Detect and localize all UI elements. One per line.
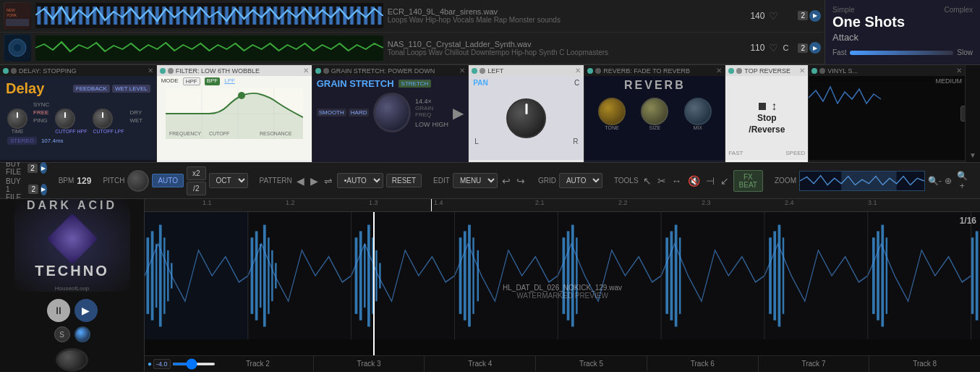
file-heart-2[interactable]: ♡ [769,42,778,54]
transport-stop-btn[interactable]: ⏸ [47,299,70,322]
waveform-editor: 1.1 1.2 1.3 1.4 2.1 2.2 2.3 2.4 3.1 [145,199,980,371]
file-heart-1[interactable]: ♡ [769,10,778,22]
svg-rect-5 [35,3,383,28]
file-play-btn-2[interactable]: ▶ [809,42,821,54]
filter-bpf-btn[interactable]: BPF [205,77,221,85]
effect-active-dot-pan [472,68,477,74]
tool-cut-btn[interactable]: ✂ [656,174,668,188]
svg-rect-31 [255,231,258,320]
waveform-ruler: 1.1 1.2 1.3 1.4 2.1 2.2 2.3 2.4 3.1 [145,199,980,212]
svg-rect-52 [576,237,577,314]
effect-close-filter[interactable]: ✕ [303,67,309,75]
svg-rect-44 [459,237,462,314]
pattern-next-btn[interactable]: ▶ [309,174,320,188]
album-label: HouseofLoop [55,285,90,292]
waveform-preview-1[interactable] [35,3,383,28]
filter-lpf-btn[interactable]: LPF [224,77,235,85]
buy1-file-btn[interactable]: ▶ [41,184,47,195]
effect-power-dot-stop [736,68,742,74]
effect-close-vinyl[interactable]: ✕ [956,67,962,75]
grain-hard-btn[interactable]: HARD [349,109,370,117]
pitch-div2-btn[interactable]: /2 [187,182,206,195]
edit-group: EDIT MENU ↩ ↪ [433,173,527,188]
file-play-btn-1[interactable]: ▶ [809,10,821,22]
transport-play-btn[interactable]: ▶ [74,299,98,322]
waveform-preview-2[interactable] [35,35,383,61]
add-effect-btn[interactable]: + [960,106,966,122]
filter-hpf-btn[interactable]: HPF [183,77,200,85]
zoom-fit-btn[interactable]: ⊕ [945,176,952,186]
file-buy-1[interactable]: 2 ▶ [798,10,821,22]
svg-text:RESONANCE: RESONANCE [260,131,292,136]
buy-file-btn[interactable]: ▶ [40,162,47,174]
zoom-preview[interactable] [799,171,925,191]
ruler-mark-23: 2.3 [702,199,711,206]
file-buy-2[interactable]: 2 ▶ [798,42,821,54]
ruler-mark-11: 1.1 [203,199,212,206]
pattern-prev-btn[interactable]: ◀ [295,174,306,188]
tool-mute-btn[interactable]: 🔇 [686,174,702,188]
volume-knob[interactable] [56,348,88,371]
pan-knob[interactable] [506,98,546,138]
grain-main-knob[interactable] [373,93,411,132]
s-btn[interactable]: S [54,326,70,342]
edit-undo-btn[interactable]: ↩ [500,174,512,188]
edit-menu-select[interactable]: MENU [453,173,498,188]
pitch-x2-btn[interactable]: x2 [187,166,206,180]
grain-stretch-btn[interactable]: STRETCH [399,80,432,88]
effect-close-pan[interactable]: ✕ [575,67,581,75]
bpm-value: 129 [77,176,91,186]
effect-active-dot-vinyl [811,68,817,74]
delay-feedback-knob[interactable] [55,109,75,129]
svg-rect-25 [155,244,157,308]
fx-beat-btn[interactable]: FX BEAT [733,170,763,192]
effect-close-reverb[interactable]: ✕ [716,67,722,75]
fast-label: Fast [832,48,846,56]
tool-erase-btn[interactable]: ↙ [719,174,730,188]
monitor-btn[interactable] [74,326,90,342]
reverb-tone-knob[interactable] [598,98,626,125]
zoom-in-btn[interactable]: 🔍+ [955,171,970,191]
simple-label: Simple [832,6,855,14]
tool-split-btn[interactable]: ⊣ [704,174,716,188]
zoom-out-btn[interactable]: 🔍- [928,176,942,186]
effect-close-delay[interactable]: ✕ [148,67,153,75]
file-row-1[interactable]: NEW YORK ECR_140_9L_4b [0,0,825,33]
pattern-reset-btn[interactable]: RESET [386,174,422,187]
grid-auto-select[interactable]: AUTO [559,173,602,188]
reverb-mix-knob[interactable] [684,98,712,125]
pitch-dial[interactable] [127,170,149,192]
ruler-mark-21: 2.1 [535,199,545,206]
grain-smooth-btn[interactable]: SMOOTH [317,109,346,117]
waveform-content[interactable]: HL_DAT_DL_026_NOKICK_129.wav WATERMARKED… [145,212,980,371]
pitch-auto-btn[interactable]: AUTO [152,174,184,187]
track-label-3: Track 3 [314,356,425,371]
svg-rect-62 [877,231,879,320]
effect-close-stop[interactable]: ✕ [799,67,805,75]
grain-play-arrow[interactable]: ▶ [453,104,464,122]
delay-wetlevel-knob[interactable] [93,109,113,129]
effect-header-filter: FILTER: LOW 6TH WOBBLE ✕ [157,65,312,76]
filter-mode-label: MODE [161,77,179,85]
effect-power-dot-vinyl [819,68,825,74]
track-label-first: ● -4.0 [145,359,203,369]
effect-active-dot-grain [315,68,321,74]
reverb-size-knob[interactable] [641,98,668,125]
pattern-shuffle-btn[interactable]: ⇌ [323,174,334,188]
tool-stretch-btn[interactable]: ↔ [670,174,683,188]
ruler-mark-14: 1.4 [434,199,443,206]
pitch-oct-select[interactable]: OCT [209,173,248,188]
delay-time-knob[interactable] [7,109,27,129]
waveform-svg [145,212,980,339]
delay-stereo-label: STEREO [7,137,37,145]
effects-scroll-down[interactable]: ▼ [966,65,980,162]
file-row-2[interactable]: NAS_110_C_Crystal_Ladder_Synth.wav Tonal… [0,33,825,65]
tool-cursor-btn[interactable]: ↖ [642,174,653,188]
effect-header-grain: GRAIN STRETCH: POWER DOWN ✕ [312,65,469,76]
pattern-auto-select[interactable]: •AUTO [337,173,383,188]
effect-close-grain[interactable]: ✕ [459,67,465,75]
effect-header-vinyl: VINYL S... ✕ [809,65,965,76]
pan-c-label: C [574,79,579,87]
edit-redo-btn[interactable]: ↪ [515,174,527,188]
svg-rect-40 [367,225,370,327]
